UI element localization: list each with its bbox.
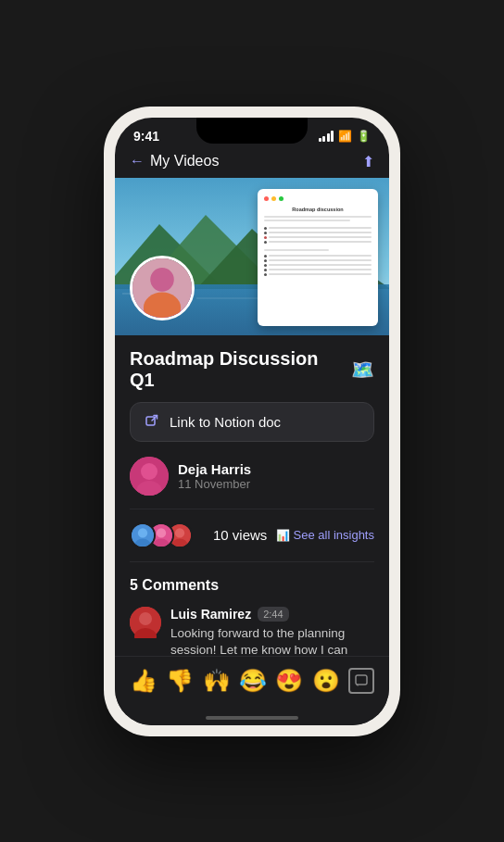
stack-avatar-1 xyxy=(130,522,156,548)
notion-bullet-3 xyxy=(264,236,372,239)
emoji-surprised[interactable]: 😮 xyxy=(312,668,340,694)
svg-point-10 xyxy=(150,268,174,292)
share-button[interactable]: ⬆ xyxy=(362,153,374,170)
notion-doc-overlay: Roadmap discussion xyxy=(258,189,378,326)
emoji-clap[interactable]: 🙌 xyxy=(203,668,231,694)
notion-top-bar xyxy=(264,196,372,201)
author-section: Deja Harris 11 November xyxy=(130,457,374,509)
emoji-thumbsup[interactable]: 👍 xyxy=(130,668,158,694)
svg-point-18 xyxy=(138,528,147,537)
thumbnail-avatar-img xyxy=(132,258,192,318)
comment-timestamp: 2:44 xyxy=(258,607,288,622)
svg-point-24 xyxy=(175,528,184,537)
external-link-icon xyxy=(145,414,158,430)
author-avatar xyxy=(130,457,169,496)
nav-bar: ← My Videos ⬆ xyxy=(115,149,389,178)
emoji-thumbsdown[interactable]: 👎 xyxy=(166,668,194,694)
comment-author: Luis Ramirez xyxy=(170,607,251,622)
svg-point-21 xyxy=(157,528,166,537)
insights-chart-icon: 📊 xyxy=(276,529,290,542)
comment-avatar xyxy=(130,607,161,638)
comments-section: 5 Comments Luis Ramirez xyxy=(130,577,374,656)
svg-point-27 xyxy=(139,612,152,625)
author-date: 11 November xyxy=(178,477,251,491)
title-emoji: 🗺️ xyxy=(351,358,374,381)
comment-header-row: Luis Ramirez 2:44 xyxy=(170,607,374,622)
signal-icon xyxy=(319,131,334,142)
notion-yellow-dot xyxy=(271,196,276,201)
avatar-stack xyxy=(130,522,193,548)
phone-screen: 9:41 📶 🔋 ← My Videos ⬆ xyxy=(115,118,389,725)
home-bar xyxy=(206,716,298,720)
svg-rect-29 xyxy=(356,675,367,685)
notch xyxy=(196,118,308,144)
notion-doc-title: Roadmap discussion xyxy=(264,207,372,212)
notion-line-1 xyxy=(264,216,372,218)
notion-red-dot xyxy=(264,196,269,201)
notion-bullet-2 xyxy=(264,232,372,234)
link-button-label: Link to Notion doc xyxy=(170,414,281,430)
author-info: Deja Harris 11 November xyxy=(178,461,251,491)
home-indicator xyxy=(115,712,389,725)
svg-point-15 xyxy=(141,463,158,480)
comment-text: Looking forward to the planning session!… xyxy=(170,625,374,656)
phone-frame: 9:41 📶 🔋 ← My Videos ⬆ xyxy=(104,107,400,736)
author-name: Deja Harris xyxy=(178,461,251,477)
see-insights-label: See all insights xyxy=(294,528,374,542)
video-content: Roadmap Discussion Q1 🗺️ Link to Notion … xyxy=(115,335,389,656)
status-time: 9:41 xyxy=(133,129,159,144)
status-icons: 📶 🔋 xyxy=(319,130,372,143)
emoji-laugh[interactable]: 😂 xyxy=(239,668,267,694)
nav-back[interactable]: ← My Videos xyxy=(130,153,219,170)
views-count: 10 views xyxy=(213,527,267,543)
insights-section: 10 views 📊 See all insights xyxy=(130,522,374,562)
comments-header: 5 Comments xyxy=(130,577,374,594)
notion-green-dot xyxy=(279,196,284,201)
comment-content: Luis Ramirez 2:44 Looking forward to the… xyxy=(170,607,374,656)
comment-item: Luis Ramirez 2:44 Looking forward to the… xyxy=(130,607,374,656)
see-all-insights-button[interactable]: 📊 See all insights xyxy=(276,528,374,542)
thumbnail-avatar xyxy=(130,256,195,320)
video-title: Roadmap Discussion Q1 🗺️ xyxy=(130,348,374,391)
battery-icon: 🔋 xyxy=(357,130,371,143)
back-arrow-icon: ← xyxy=(130,153,145,170)
notion-line-2 xyxy=(264,220,350,221)
link-to-notion-button[interactable]: Link to Notion doc xyxy=(130,402,374,442)
emoji-heart-eyes[interactable]: 😍 xyxy=(275,668,303,694)
notion-bullet-4 xyxy=(264,241,372,244)
compose-comment-button[interactable] xyxy=(348,668,374,694)
wifi-icon: 📶 xyxy=(338,130,352,143)
content-area: Roadmap discussion xyxy=(115,178,389,656)
video-thumbnail: Roadmap discussion xyxy=(115,178,389,335)
emoji-bar: 👍 👎 🙌 😂 😍 😮 xyxy=(115,656,389,712)
nav-title: My Videos xyxy=(150,153,219,170)
notion-bullet-1 xyxy=(264,227,372,230)
insights-left: 10 views xyxy=(130,522,267,548)
